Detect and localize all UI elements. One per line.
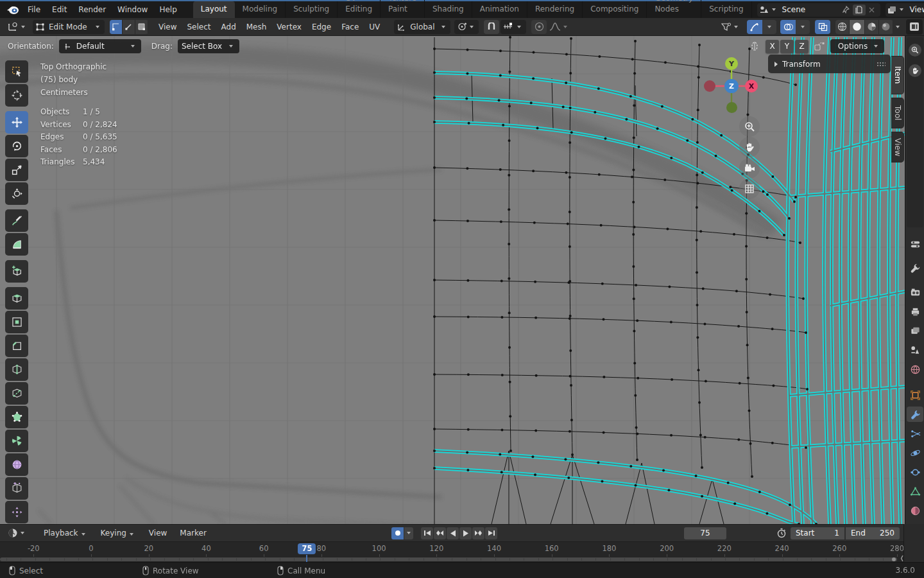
properties-tab-physics[interactable] bbox=[907, 445, 923, 460]
viewport-menu-select[interactable]: Select bbox=[182, 18, 216, 36]
properties-tab-tool[interactable] bbox=[907, 260, 923, 276]
workspace-tab-rendering[interactable]: Rendering bbox=[527, 1, 583, 18]
auto-keying-button[interactable] bbox=[391, 527, 404, 539]
gizmo-y-axis[interactable]: Y bbox=[725, 57, 738, 70]
correct-face-attributes-icon[interactable] bbox=[814, 41, 825, 51]
material-preview-shading-button[interactable] bbox=[865, 20, 879, 34]
drag-setting[interactable]: Select Box bbox=[178, 39, 239, 53]
proportional-falloff-button[interactable] bbox=[547, 20, 572, 34]
transform-panel-header[interactable]: Transform bbox=[768, 55, 891, 73]
jump-to-prev-keyframe-button[interactable] bbox=[434, 527, 446, 539]
tool-measure[interactable] bbox=[5, 233, 28, 256]
tool-poly-build[interactable] bbox=[5, 406, 28, 428]
gizmo-z-axis[interactable]: Z bbox=[724, 79, 739, 93]
timeline-menu-view[interactable]: View bbox=[142, 529, 173, 538]
topbar-menu-window[interactable]: Window bbox=[112, 1, 153, 18]
tool-inset-faces[interactable] bbox=[5, 311, 28, 333]
overlays-dropdown[interactable] bbox=[796, 20, 810, 34]
scene-unlink-icon[interactable] bbox=[866, 4, 878, 15]
workspace-tab-geometry-nodes[interactable]: Geometry Nodes bbox=[647, 0, 701, 18]
show-gizmo-button[interactable] bbox=[747, 20, 762, 34]
scrollbar-bar[interactable] bbox=[0, 557, 897, 561]
mini-zoom-icon[interactable] bbox=[909, 44, 921, 57]
camera-view-icon[interactable] bbox=[739, 158, 760, 179]
snap-settings-button[interactable] bbox=[501, 20, 526, 34]
tool-spin[interactable] bbox=[5, 430, 28, 452]
viewport-menu-edge[interactable]: Edge bbox=[307, 18, 336, 36]
mini-viewport[interactable] bbox=[907, 37, 923, 227]
options-dropdown[interactable]: Options bbox=[830, 39, 884, 53]
current-frame-field[interactable]: 75 bbox=[684, 527, 726, 539]
properties-tab-particles[interactable] bbox=[907, 426, 923, 441]
tool-knife[interactable] bbox=[5, 382, 28, 405]
viewport-menu-mesh[interactable]: Mesh bbox=[241, 18, 272, 36]
tool-loop-cut[interactable] bbox=[5, 358, 28, 381]
tool-rotate[interactable] bbox=[5, 135, 28, 157]
gizmo-negative-x[interactable] bbox=[704, 80, 715, 92]
jump-to-next-keyframe-button[interactable] bbox=[472, 527, 484, 539]
transform-orientation-selector[interactable]: Global bbox=[394, 20, 450, 34]
timeline-menu-keying[interactable]: Keying bbox=[94, 529, 142, 538]
editor-type-button[interactable] bbox=[5, 20, 30, 34]
workspace-tab-scripting[interactable]: Scripting bbox=[701, 1, 751, 18]
properties-tab-object[interactable] bbox=[907, 387, 923, 403]
secondary-editor-type-button[interactable] bbox=[906, 19, 923, 35]
topbar-menu-help[interactable]: Help bbox=[153, 1, 182, 18]
workspace-tab-texture-paint[interactable]: Texture Paint bbox=[381, 0, 425, 18]
workspace-tab-uv-editing[interactable]: UV Editing bbox=[338, 0, 381, 18]
playhead[interactable]: 75 bbox=[298, 543, 316, 554]
workspace-tab-compositing[interactable]: Compositing bbox=[583, 1, 647, 18]
orientation-setting[interactable]: Default bbox=[59, 39, 141, 53]
solid-shading-button[interactable] bbox=[850, 20, 865, 34]
play-reverse-button[interactable] bbox=[447, 527, 459, 539]
properties-tab-scene[interactable] bbox=[907, 342, 923, 358]
blender-logo-icon[interactable] bbox=[6, 4, 19, 15]
timeline-scrollbar[interactable]: ❮ bbox=[0, 557, 903, 562]
edge-select-mode-button[interactable] bbox=[123, 20, 135, 34]
scene-dropdown-chevron[interactable] bbox=[772, 8, 776, 11]
properties-tab-object-data[interactable] bbox=[907, 484, 923, 499]
grid-perspective-icon[interactable] bbox=[739, 179, 760, 199]
tool-cursor[interactable] bbox=[5, 84, 28, 107]
topbar-menu-render[interactable]: Render bbox=[73, 1, 112, 18]
viewport-menu-vertex[interactable]: Vertex bbox=[271, 18, 307, 36]
scene-browse-icon[interactable] bbox=[759, 5, 769, 14]
gizmo-x-axis[interactable]: X bbox=[745, 80, 758, 92]
mirror-icon[interactable] bbox=[749, 41, 760, 51]
scene-pin-icon[interactable] bbox=[840, 4, 853, 15]
tool-shrink-fatten[interactable] bbox=[5, 501, 28, 523]
tool-move[interactable] bbox=[5, 111, 28, 134]
workspace-tab-sculpting[interactable]: Sculpting bbox=[286, 1, 338, 18]
properties-tab-render[interactable] bbox=[907, 285, 923, 300]
shading-dropdown-chevron[interactable] bbox=[896, 26, 900, 28]
3d-viewport[interactable]: Orientation: Default Drag: Select Box X … bbox=[0, 36, 905, 524]
viewport-menu-view[interactable]: View bbox=[153, 18, 182, 36]
sidebar-tab-tool[interactable]: Tool bbox=[891, 98, 904, 128]
sidebar-tab-item[interactable]: Item bbox=[891, 56, 904, 94]
gizmo-dropdown[interactable] bbox=[762, 20, 776, 34]
timeline-menu-playback[interactable]: Playback bbox=[37, 529, 94, 538]
properties-tab-properties-editor[interactable] bbox=[907, 236, 923, 252]
mirror-z-button[interactable]: Z bbox=[795, 40, 809, 53]
panel-expand-chevron[interactable] bbox=[774, 62, 778, 67]
zoom-icon[interactable] bbox=[739, 116, 760, 137]
start-frame-field[interactable]: Start 1 bbox=[791, 527, 844, 539]
topbar-menu-edit[interactable]: Edit bbox=[46, 1, 73, 18]
navigation-gizmo[interactable]: Y Z X bbox=[703, 57, 760, 115]
workspace-tab-animation[interactable]: Animation bbox=[472, 1, 527, 18]
panel-drag-handle[interactable] bbox=[877, 62, 886, 67]
properties-tab-modifiers[interactable] bbox=[907, 407, 923, 422]
use-preview-range-icon[interactable] bbox=[776, 528, 787, 538]
visibility-filter-button[interactable] bbox=[719, 20, 743, 34]
wireframe-shading-button[interactable] bbox=[835, 20, 850, 34]
tool-select-box[interactable] bbox=[5, 60, 28, 83]
face-select-mode-button[interactable] bbox=[135, 20, 148, 34]
properties-tab-material[interactable] bbox=[907, 503, 923, 518]
rendered-shading-button[interactable] bbox=[879, 20, 893, 34]
tool-scale[interactable] bbox=[5, 159, 28, 181]
mini-pan-icon[interactable] bbox=[909, 64, 921, 77]
view-layer-name[interactable]: ViewLayer bbox=[906, 5, 924, 14]
jump-to-end-button[interactable] bbox=[485, 527, 497, 539]
workspace-tab-shading[interactable]: Shading bbox=[425, 1, 472, 18]
end-frame-field[interactable]: End 250 bbox=[846, 527, 900, 539]
